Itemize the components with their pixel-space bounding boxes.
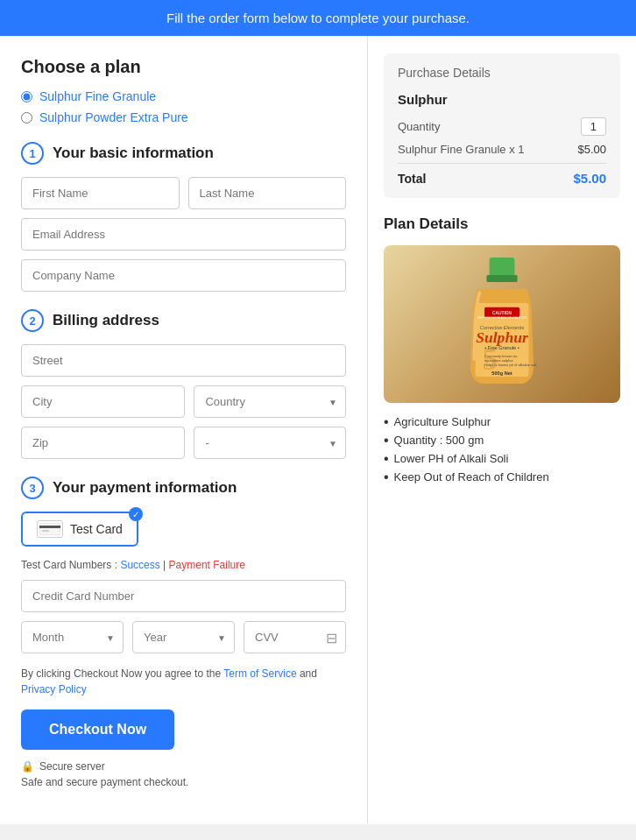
divider — [398, 163, 606, 164]
test-card-label: Test Card — [70, 522, 123, 536]
step2-heading: 2 Billing address — [21, 309, 346, 332]
quantity-value: 1 — [581, 117, 606, 136]
state-select[interactable]: - — [194, 427, 346, 459]
street-input[interactable] — [21, 344, 346, 377]
payment-date-row: Month Year ⊟ — [21, 621, 346, 653]
plan-label-2[interactable]: Sulphur Powder Extra Pure — [39, 110, 188, 124]
lock-icon: 🔒 — [21, 760, 34, 773]
step1-circle: 1 — [21, 142, 44, 165]
terms-text: By clicking Checkout Now you agree to th… — [21, 666, 346, 697]
month-select[interactable]: Month — [21, 621, 124, 653]
line-item-label: Sulphur Fine Granule x 1 — [398, 143, 525, 156]
street-row — [21, 344, 346, 377]
cc-number-input[interactable] — [21, 580, 346, 612]
company-row — [21, 259, 346, 292]
state-wrapper: - — [194, 427, 346, 459]
choose-plan-title: Choose a plan — [21, 57, 346, 77]
step3-circle: 3 — [21, 476, 44, 499]
svg-text:CAUTION: CAUTION — [492, 311, 512, 315]
first-name-input[interactable] — [21, 177, 180, 209]
payment-card-button-wrapper: Test Card ✓ — [21, 512, 346, 559]
privacy-policy-link[interactable]: Privacy Policy — [21, 683, 87, 695]
cc-number-wrapper — [21, 580, 346, 612]
company-input[interactable] — [21, 259, 346, 292]
cvv-icon: ⊟ — [326, 629, 337, 646]
step1-heading: 1 Your basic information — [21, 142, 346, 165]
svg-text:5: 5 — [483, 342, 498, 377]
country-wrapper: Country — [194, 385, 346, 418]
city-input[interactable] — [21, 385, 185, 418]
test-card-notice: Test Card Numbers : Success | Payment Fa… — [21, 559, 346, 571]
check-badge: ✓ — [129, 507, 143, 521]
line-item-row: Sulphur Fine Granule x 1 $5.00 — [398, 143, 606, 156]
svg-text:KEEP OUT OF REACH OF CHILDREN: KEEP OUT OF REACH OF CHILDREN — [477, 316, 527, 320]
bullet-item-2: Quantity : 500 gm — [384, 434, 620, 448]
banner-text: Fill the order form below to complete yo… — [166, 11, 470, 25]
step2-circle: 2 — [21, 309, 44, 332]
test-card-button[interactable]: Test Card ✓ — [21, 512, 138, 547]
plan-radio-2[interactable] — [21, 112, 32, 124]
bullet-item-4: Keep Out of Reach of Children — [384, 470, 620, 484]
step3-heading: 3 Your payment information — [21, 476, 346, 499]
total-price: $5.00 — [573, 171, 606, 186]
plan-option-1[interactable]: Sulphur Fine Granule — [21, 89, 346, 103]
bottle-svg: CAUTION KEEP OUT OF REACH OF CHILDREN Co… — [449, 254, 555, 394]
step1-title: Your basic information — [53, 145, 214, 162]
name-row — [21, 177, 346, 209]
zip-state-row: - — [21, 427, 346, 459]
plan-label-1[interactable]: Sulphur Fine Granule — [39, 89, 156, 103]
total-label: Total — [398, 172, 426, 186]
top-banner: Fill the order form below to complete yo… — [0, 0, 636, 36]
year-wrapper: Year — [132, 621, 235, 653]
safe-notice: Safe and secure payment checkout. — [21, 776, 346, 788]
year-select[interactable]: Year — [132, 621, 235, 653]
country-select[interactable]: Country — [194, 385, 346, 418]
secure-notice: 🔒 Secure server — [21, 760, 346, 773]
success-link[interactable]: Success — [120, 559, 159, 571]
purchase-details-title: Purchase Details — [398, 66, 606, 80]
plan-option-2[interactable]: Sulphur Powder Extra Pure — [21, 110, 346, 124]
plan-radio-1[interactable] — [21, 91, 32, 102]
failure-link[interactable]: Payment Failure — [169, 559, 245, 571]
svg-rect-0 — [39, 523, 60, 535]
card-icon — [37, 520, 63, 538]
purchase-details-box: Purchase Details Sulphur Quantity 1 Sulp… — [384, 53, 620, 198]
bullet-item-1: Agriculture Sulphur — [384, 415, 620, 429]
svg-rect-1 — [39, 526, 60, 528]
svg-rect-4 — [486, 275, 517, 282]
step2-title: Billing address — [53, 312, 159, 329]
plan-details-title: Plan Details — [384, 215, 620, 233]
last-name-input[interactable] — [188, 177, 347, 209]
terms-of-service-link[interactable]: Term of Service — [223, 667, 296, 680]
bullet-list: Agriculture Sulphur Quantity : 500 gm Lo… — [384, 415, 620, 484]
right-panel: Purchase Details Sulphur Quantity 1 Sulp… — [368, 36, 636, 824]
total-row: Total $5.00 — [398, 171, 606, 186]
zip-input[interactable] — [21, 427, 185, 459]
bullet-item-3: Lower PH of Alkali Soli — [384, 452, 620, 466]
email-input[interactable] — [21, 218, 346, 251]
product-image: CAUTION KEEP OUT OF REACH OF CHILDREN Co… — [384, 245, 620, 403]
line-item-price: $5.00 — [577, 143, 606, 156]
step3-title: Your payment information — [53, 479, 237, 497]
quantity-label: Quantity — [398, 120, 440, 133]
cvv-wrapper: ⊟ — [244, 621, 346, 653]
quantity-row: Quantity 1 — [398, 117, 606, 136]
left-panel: Choose a plan Sulphur Fine Granule Sulph… — [0, 36, 368, 824]
main-container: Choose a plan Sulphur Fine Granule Sulph… — [0, 36, 636, 824]
month-wrapper: Month — [21, 621, 124, 653]
svg-rect-2 — [42, 530, 49, 532]
product-name: Sulphur — [398, 92, 606, 107]
email-row — [21, 218, 346, 251]
checkout-button[interactable]: Checkout Now — [21, 709, 174, 750]
city-country-row: Country — [21, 385, 346, 418]
